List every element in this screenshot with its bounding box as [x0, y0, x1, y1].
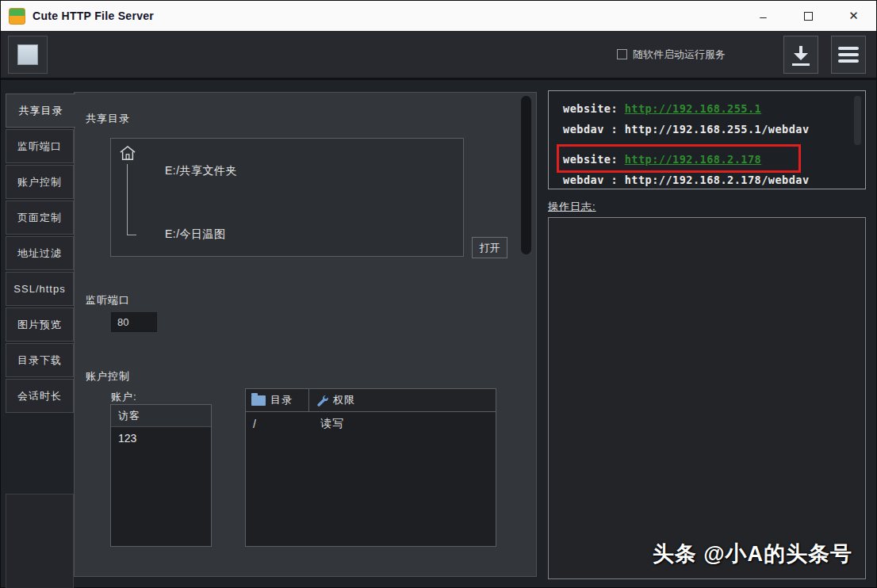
shared-dir-tree[interactable]: E:/共享文件夹 E:/今日温图 — [110, 138, 464, 257]
url-box-scrollbar[interactable] — [854, 94, 861, 185]
account-list[interactable]: 访客 123 — [110, 404, 212, 547]
webdav-url: http://192.168.255.1/webdav — [625, 123, 810, 136]
autostart-label: 随软件启动运行服务 — [633, 48, 726, 62]
website-label: website: — [563, 102, 625, 115]
webdav-url: http://192.168.2.178/webdav — [625, 174, 810, 186]
server-url-box: website: http://192.168.255.1 webdav : h… — [548, 90, 866, 189]
autostart-option[interactable]: 随软件启动运行服务 — [617, 31, 726, 78]
permission-column-label: 权限 — [333, 393, 355, 407]
permission-table-header: 目录 权限 — [246, 389, 496, 412]
permission-column-header[interactable]: 权限 — [309, 389, 496, 411]
sidebar-item-dir-download[interactable]: 目录下载 — [6, 343, 74, 377]
red-highlight-annotation — [557, 144, 801, 173]
maximize-icon — [804, 12, 813, 21]
account-item-guest[interactable]: 访客 — [111, 405, 211, 427]
directory-column-label: 目录 — [270, 393, 293, 407]
window-title: Cute HTTP File Server — [33, 10, 154, 22]
hamburger-menu-icon — [838, 47, 859, 63]
menu-button[interactable] — [831, 36, 866, 74]
account-item[interactable]: 123 — [111, 427, 211, 449]
home-icon — [119, 145, 136, 161]
open-button[interactable]: 打开 — [472, 237, 507, 258]
sidebar-item-listen-port[interactable]: 监听端口 — [6, 129, 74, 163]
watermark-text: 头条 @小A的头条号 — [653, 540, 852, 568]
row-directory-value: / — [246, 418, 309, 430]
autostart-checkbox[interactable] — [617, 49, 627, 59]
accounts-label: 账户: — [111, 390, 137, 404]
sidebar-item-page-custom[interactable]: 页面定制 — [6, 200, 74, 235]
app-window: Cute HTTP File Server – ✕ 随软件启动运行服务 共享目录… — [0, 0, 877, 588]
wrench-icon — [315, 394, 328, 407]
website-url-line: website: http://192.168.255.1 — [563, 102, 761, 115]
sidebar-item-session-len[interactable]: 会话时长 — [6, 379, 74, 413]
sidebar-item-img-preview[interactable]: 图片预览 — [6, 307, 74, 342]
folder-icon — [251, 395, 266, 406]
sidebar: 共享目录 监听端口 账户控制 页面定制 地址过滤 SSL/https 图片预览 … — [1, 80, 75, 577]
website-link[interactable]: http://192.168.255.1 — [625, 102, 762, 115]
shared-dir-label: 共享目录 — [86, 112, 130, 126]
operation-log-label: 操作日志: — [548, 200, 596, 214]
stop-service-button[interactable] — [8, 36, 48, 74]
url-box-scrollbar-thumb[interactable] — [854, 96, 861, 145]
webdav-url-line: webdav : http://192.168.255.1/webdav — [563, 123, 810, 136]
toolbar: 随软件启动运行服务 — [1, 31, 876, 80]
listen-port-label: 监听端口 — [86, 293, 130, 307]
webdav-url-line: webdav : http://192.168.2.178/webdav — [563, 174, 810, 186]
account-ctrl-label: 账户控制 — [86, 369, 130, 384]
sidebar-item-account-ctrl[interactable]: 账户控制 — [6, 165, 74, 199]
sidebar-item-shared-dir[interactable]: 共享目录 — [6, 94, 75, 128]
download-button[interactable] — [783, 36, 818, 74]
minimize-button[interactable]: – — [741, 1, 786, 31]
title-bar: Cute HTTP File Server – ✕ — [1, 1, 876, 31]
window-controls: – ✕ — [741, 1, 876, 31]
main-panel: 共享目录 E:/共享文件夹 E:/今日温图 打开 监听端口 账户控制 账户: 访… — [74, 92, 537, 577]
app-icon — [9, 8, 25, 25]
webdav-label: webdav : — [563, 174, 625, 186]
webdav-label: webdav : — [563, 123, 625, 136]
main-scrollbar-thumb[interactable] — [521, 96, 531, 254]
stop-icon — [17, 44, 38, 65]
directory-column-header[interactable]: 目录 — [246, 389, 309, 411]
shared-folder-item[interactable]: E:/共享文件夹 — [165, 164, 237, 178]
download-icon — [792, 46, 810, 63]
sidebar-item-ssl-https[interactable]: SSL/https — [6, 272, 74, 306]
permission-table[interactable]: 目录 权限 / 读写 — [245, 388, 496, 547]
main-scrollbar[interactable] — [521, 94, 531, 575]
row-permission-value: 读写 — [309, 417, 344, 431]
shared-folder-item[interactable]: E:/今日温图 — [165, 227, 226, 242]
close-button[interactable]: ✕ — [831, 1, 876, 31]
operation-log-box[interactable]: 头条 @小A的头条号 — [548, 217, 866, 579]
tree-connector-elbow — [127, 235, 136, 235]
permission-table-row[interactable]: / 读写 — [246, 412, 496, 436]
tree-connector-line — [127, 164, 128, 235]
sidebar-empty-area — [6, 494, 74, 588]
sidebar-item-addr-filter[interactable]: 地址过滤 — [6, 236, 74, 270]
maximize-button[interactable] — [786, 1, 831, 31]
port-input[interactable] — [111, 312, 157, 332]
